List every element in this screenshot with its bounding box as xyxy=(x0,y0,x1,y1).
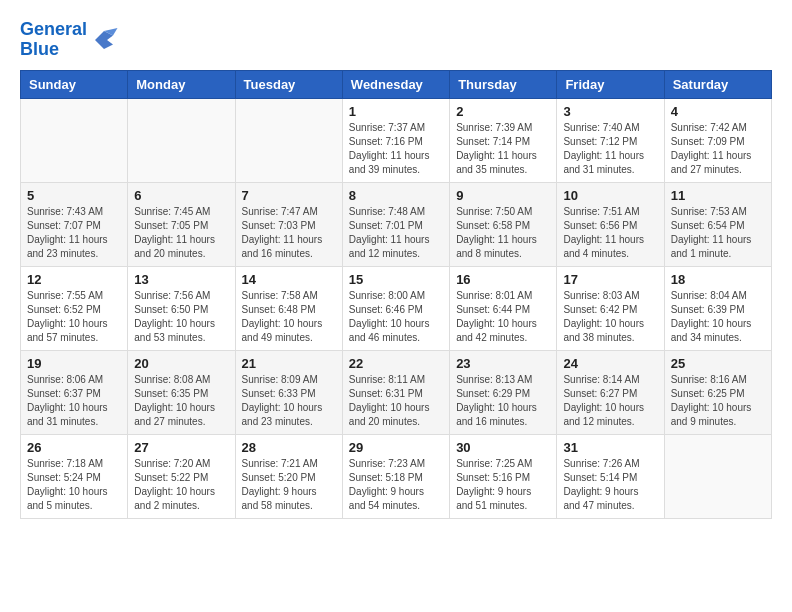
weekday-header-monday: Monday xyxy=(128,70,235,98)
day-info: Sunrise: 7:39 AM Sunset: 7:14 PM Dayligh… xyxy=(456,121,550,177)
day-number: 7 xyxy=(242,188,336,203)
weekday-header-sunday: Sunday xyxy=(21,70,128,98)
day-info: Sunrise: 7:18 AM Sunset: 5:24 PM Dayligh… xyxy=(27,457,121,513)
calendar-cell: 15Sunrise: 8:00 AM Sunset: 6:46 PM Dayli… xyxy=(342,266,449,350)
calendar-cell: 25Sunrise: 8:16 AM Sunset: 6:25 PM Dayli… xyxy=(664,350,771,434)
calendar-cell: 16Sunrise: 8:01 AM Sunset: 6:44 PM Dayli… xyxy=(450,266,557,350)
day-info: Sunrise: 8:14 AM Sunset: 6:27 PM Dayligh… xyxy=(563,373,657,429)
calendar-cell: 20Sunrise: 8:08 AM Sunset: 6:35 PM Dayli… xyxy=(128,350,235,434)
day-info: Sunrise: 7:37 AM Sunset: 7:16 PM Dayligh… xyxy=(349,121,443,177)
calendar-cell: 19Sunrise: 8:06 AM Sunset: 6:37 PM Dayli… xyxy=(21,350,128,434)
weekday-header-tuesday: Tuesday xyxy=(235,70,342,98)
day-number: 11 xyxy=(671,188,765,203)
day-number: 16 xyxy=(456,272,550,287)
calendar-cell: 10Sunrise: 7:51 AM Sunset: 6:56 PM Dayli… xyxy=(557,182,664,266)
day-info: Sunrise: 8:08 AM Sunset: 6:35 PM Dayligh… xyxy=(134,373,228,429)
weekday-header-thursday: Thursday xyxy=(450,70,557,98)
day-info: Sunrise: 8:01 AM Sunset: 6:44 PM Dayligh… xyxy=(456,289,550,345)
day-info: Sunrise: 8:03 AM Sunset: 6:42 PM Dayligh… xyxy=(563,289,657,345)
calendar-cell: 8Sunrise: 7:48 AM Sunset: 7:01 PM Daylig… xyxy=(342,182,449,266)
day-number: 17 xyxy=(563,272,657,287)
page-header: GeneralBlue xyxy=(20,20,772,60)
day-number: 30 xyxy=(456,440,550,455)
day-number: 12 xyxy=(27,272,121,287)
day-info: Sunrise: 7:20 AM Sunset: 5:22 PM Dayligh… xyxy=(134,457,228,513)
calendar-table: SundayMondayTuesdayWednesdayThursdayFrid… xyxy=(20,70,772,519)
calendar-week-row: 19Sunrise: 8:06 AM Sunset: 6:37 PM Dayli… xyxy=(21,350,772,434)
day-number: 6 xyxy=(134,188,228,203)
day-number: 15 xyxy=(349,272,443,287)
calendar-cell: 17Sunrise: 8:03 AM Sunset: 6:42 PM Dayli… xyxy=(557,266,664,350)
calendar-week-row: 1Sunrise: 7:37 AM Sunset: 7:16 PM Daylig… xyxy=(21,98,772,182)
logo-text: GeneralBlue xyxy=(20,20,87,60)
day-info: Sunrise: 8:06 AM Sunset: 6:37 PM Dayligh… xyxy=(27,373,121,429)
day-info: Sunrise: 7:48 AM Sunset: 7:01 PM Dayligh… xyxy=(349,205,443,261)
day-number: 29 xyxy=(349,440,443,455)
calendar-cell: 14Sunrise: 7:58 AM Sunset: 6:48 PM Dayli… xyxy=(235,266,342,350)
day-info: Sunrise: 7:25 AM Sunset: 5:16 PM Dayligh… xyxy=(456,457,550,513)
day-number: 2 xyxy=(456,104,550,119)
day-number: 18 xyxy=(671,272,765,287)
calendar-cell xyxy=(235,98,342,182)
calendar-cell: 24Sunrise: 8:14 AM Sunset: 6:27 PM Dayli… xyxy=(557,350,664,434)
day-info: Sunrise: 8:09 AM Sunset: 6:33 PM Dayligh… xyxy=(242,373,336,429)
day-info: Sunrise: 7:21 AM Sunset: 5:20 PM Dayligh… xyxy=(242,457,336,513)
day-number: 8 xyxy=(349,188,443,203)
logo-bird-icon xyxy=(89,25,119,55)
day-number: 3 xyxy=(563,104,657,119)
day-number: 5 xyxy=(27,188,121,203)
day-number: 19 xyxy=(27,356,121,371)
day-number: 22 xyxy=(349,356,443,371)
day-info: Sunrise: 7:26 AM Sunset: 5:14 PM Dayligh… xyxy=(563,457,657,513)
calendar-cell: 13Sunrise: 7:56 AM Sunset: 6:50 PM Dayli… xyxy=(128,266,235,350)
day-number: 26 xyxy=(27,440,121,455)
calendar-cell: 3Sunrise: 7:40 AM Sunset: 7:12 PM Daylig… xyxy=(557,98,664,182)
calendar-cell: 7Sunrise: 7:47 AM Sunset: 7:03 PM Daylig… xyxy=(235,182,342,266)
day-number: 10 xyxy=(563,188,657,203)
day-number: 9 xyxy=(456,188,550,203)
calendar-cell: 26Sunrise: 7:18 AM Sunset: 5:24 PM Dayli… xyxy=(21,434,128,518)
day-info: Sunrise: 7:53 AM Sunset: 6:54 PM Dayligh… xyxy=(671,205,765,261)
day-number: 25 xyxy=(671,356,765,371)
day-info: Sunrise: 8:11 AM Sunset: 6:31 PM Dayligh… xyxy=(349,373,443,429)
calendar-cell: 30Sunrise: 7:25 AM Sunset: 5:16 PM Dayli… xyxy=(450,434,557,518)
day-info: Sunrise: 7:50 AM Sunset: 6:58 PM Dayligh… xyxy=(456,205,550,261)
day-number: 24 xyxy=(563,356,657,371)
calendar-cell: 5Sunrise: 7:43 AM Sunset: 7:07 PM Daylig… xyxy=(21,182,128,266)
calendar-cell: 12Sunrise: 7:55 AM Sunset: 6:52 PM Dayli… xyxy=(21,266,128,350)
day-number: 14 xyxy=(242,272,336,287)
calendar-cell: 1Sunrise: 7:37 AM Sunset: 7:16 PM Daylig… xyxy=(342,98,449,182)
day-info: Sunrise: 7:58 AM Sunset: 6:48 PM Dayligh… xyxy=(242,289,336,345)
day-info: Sunrise: 7:45 AM Sunset: 7:05 PM Dayligh… xyxy=(134,205,228,261)
day-number: 28 xyxy=(242,440,336,455)
day-number: 1 xyxy=(349,104,443,119)
day-info: Sunrise: 7:23 AM Sunset: 5:18 PM Dayligh… xyxy=(349,457,443,513)
calendar-cell xyxy=(21,98,128,182)
day-number: 27 xyxy=(134,440,228,455)
calendar-week-row: 5Sunrise: 7:43 AM Sunset: 7:07 PM Daylig… xyxy=(21,182,772,266)
calendar-cell: 6Sunrise: 7:45 AM Sunset: 7:05 PM Daylig… xyxy=(128,182,235,266)
weekday-header-wednesday: Wednesday xyxy=(342,70,449,98)
calendar-week-row: 26Sunrise: 7:18 AM Sunset: 5:24 PM Dayli… xyxy=(21,434,772,518)
calendar-cell: 4Sunrise: 7:42 AM Sunset: 7:09 PM Daylig… xyxy=(664,98,771,182)
day-info: Sunrise: 7:42 AM Sunset: 7:09 PM Dayligh… xyxy=(671,121,765,177)
calendar-cell: 22Sunrise: 8:11 AM Sunset: 6:31 PM Dayli… xyxy=(342,350,449,434)
day-number: 20 xyxy=(134,356,228,371)
calendar-cell: 29Sunrise: 7:23 AM Sunset: 5:18 PM Dayli… xyxy=(342,434,449,518)
calendar-cell: 27Sunrise: 7:20 AM Sunset: 5:22 PM Dayli… xyxy=(128,434,235,518)
day-info: Sunrise: 8:04 AM Sunset: 6:39 PM Dayligh… xyxy=(671,289,765,345)
day-info: Sunrise: 8:00 AM Sunset: 6:46 PM Dayligh… xyxy=(349,289,443,345)
calendar-cell: 23Sunrise: 8:13 AM Sunset: 6:29 PM Dayli… xyxy=(450,350,557,434)
weekday-header-saturday: Saturday xyxy=(664,70,771,98)
calendar-cell xyxy=(128,98,235,182)
day-info: Sunrise: 7:47 AM Sunset: 7:03 PM Dayligh… xyxy=(242,205,336,261)
calendar-cell: 21Sunrise: 8:09 AM Sunset: 6:33 PM Dayli… xyxy=(235,350,342,434)
day-info: Sunrise: 7:40 AM Sunset: 7:12 PM Dayligh… xyxy=(563,121,657,177)
calendar-cell xyxy=(664,434,771,518)
calendar-cell: 2Sunrise: 7:39 AM Sunset: 7:14 PM Daylig… xyxy=(450,98,557,182)
day-info: Sunrise: 8:16 AM Sunset: 6:25 PM Dayligh… xyxy=(671,373,765,429)
day-info: Sunrise: 7:43 AM Sunset: 7:07 PM Dayligh… xyxy=(27,205,121,261)
day-number: 31 xyxy=(563,440,657,455)
calendar-cell: 18Sunrise: 8:04 AM Sunset: 6:39 PM Dayli… xyxy=(664,266,771,350)
calendar-week-row: 12Sunrise: 7:55 AM Sunset: 6:52 PM Dayli… xyxy=(21,266,772,350)
